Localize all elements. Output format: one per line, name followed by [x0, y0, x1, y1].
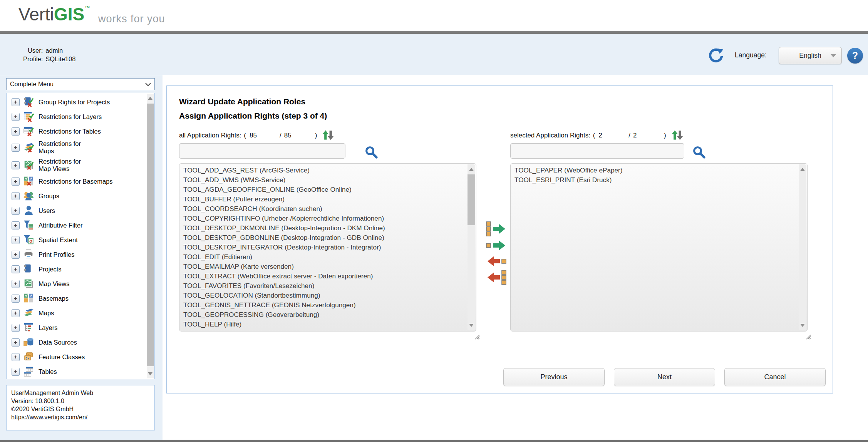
- list-item[interactable]: TOOL_IDENTIFY_LAYER (Identifizieren): [183, 329, 468, 332]
- selected-rights-scrollbar[interactable]: [799, 164, 806, 330]
- menu-item-basemaps[interactable]: +Basemaps: [7, 291, 144, 306]
- expand-icon[interactable]: +: [12, 251, 20, 259]
- list-item[interactable]: TOOL_ADD_AGS_REST (ArcGIS-Service): [183, 166, 468, 175]
- next-button[interactable]: Next: [614, 368, 715, 386]
- menu-item-restrictions-for-map-views[interactable]: +Restrictions for Map Views: [7, 156, 144, 174]
- expand-icon[interactable]: +: [12, 265, 20, 273]
- menu-item-restrictions-for-basemaps[interactable]: +Restrictions for Basemaps: [7, 174, 144, 189]
- sort-toggle-button[interactable]: [671, 129, 684, 143]
- selected-rights-search-input[interactable]: [510, 143, 684, 159]
- expand-icon[interactable]: +: [12, 338, 20, 347]
- list-item[interactable]: TOOL_EXTRACT (WebOffice extract server -…: [183, 271, 468, 281]
- list-item[interactable]: TOOL_FAVORITES (Favoriten/Lesezeichen): [183, 281, 468, 291]
- vertigis-logo: VertiGIS™: [18, 4, 90, 25]
- menu-filter-select[interactable]: Complete Menu: [6, 78, 155, 90]
- scroll-down-icon[interactable]: [800, 324, 805, 327]
- cancel-button[interactable]: Cancel: [724, 368, 826, 386]
- list-item[interactable]: TOOL_BUFFER (Puffer erzeugen): [183, 194, 468, 204]
- scroll-up-icon[interactable]: [148, 97, 152, 100]
- menu-item-print-profiles[interactable]: +Print Profiles: [7, 247, 144, 262]
- list-item[interactable]: TOOL_ESRI_PRINT (Esri Druck): [514, 175, 799, 185]
- expand-icon[interactable]: +: [12, 309, 20, 317]
- expand-icon[interactable]: +: [12, 98, 20, 106]
- data-sources-icon: [23, 337, 35, 348]
- list-item[interactable]: TOOL_GEOLOCATION (Standortbestimmung): [183, 291, 468, 300]
- menu-item-restrictions-for-maps[interactable]: +Restrictions for Maps: [7, 139, 144, 156]
- list-item[interactable]: TOOL_EDIT (Editieren): [183, 252, 468, 262]
- scroll-down-icon[interactable]: [469, 324, 474, 327]
- attributive-filter-icon: [23, 219, 35, 231]
- expand-icon[interactable]: +: [12, 280, 20, 288]
- list-item[interactable]: TOOL_AGDA_GEOOFFICE_ONLINE (GeoOffice On…: [183, 185, 468, 194]
- menu-scrollbar[interactable]: [147, 94, 154, 378]
- list-item[interactable]: TOOL_EPAPER (WebOffice ePaper): [514, 166, 799, 175]
- menu-item-restrictions-for-layers[interactable]: +Restrictions for Layers: [7, 109, 144, 124]
- scrollbar-thumb[interactable]: [147, 104, 154, 366]
- menu-item-group-rights-for-projects[interactable]: +Group Rights for Projects: [7, 95, 144, 109]
- expand-icon[interactable]: +: [12, 192, 20, 200]
- selected-rights-header: selected Application Rights: (2/2): [510, 129, 684, 142]
- menu-item-layers[interactable]: +Layers: [7, 320, 144, 335]
- list-item[interactable]: TOOL_GEOPROCESSING (Geoverarbeitung): [183, 310, 468, 320]
- previous-button[interactable]: Previous: [503, 368, 605, 386]
- menu-item-users[interactable]: +Users: [7, 203, 144, 218]
- menu-tree-panel: +Group Rights for Projects+Restrictions …: [6, 93, 155, 379]
- list-item[interactable]: TOOL_EMAILMAP (Karte versenden): [183, 262, 468, 271]
- expand-icon[interactable]: +: [12, 127, 20, 136]
- menu-item-maps[interactable]: +Maps: [7, 306, 144, 320]
- scroll-down-icon[interactable]: [148, 372, 152, 375]
- help-button[interactable]: ?: [847, 48, 863, 64]
- list-item[interactable]: TOOL_ADD_WMS (WMS-Service): [183, 175, 468, 185]
- list-item[interactable]: TOOL_COORDSEARCH (Koordinaten suchen): [183, 204, 468, 214]
- scrollbar-thumb[interactable]: [468, 174, 475, 225]
- expand-icon[interactable]: +: [12, 353, 20, 361]
- expand-icon[interactable]: +: [12, 295, 20, 303]
- all-rights-scrollbar[interactable]: [468, 164, 475, 330]
- menu-item-attributive-filter[interactable]: +Attributive Filter: [7, 218, 144, 233]
- menu-item-tables[interactable]: +Tables: [7, 364, 144, 379]
- all-rights-listbox[interactable]: TOOL_ADD_AGS_REST (ArcGIS-Service)TOOL_A…: [179, 163, 476, 332]
- selected-rights-listbox[interactable]: TOOL_EPAPER (WebOffice ePaper)TOOL_ESRI_…: [510, 163, 808, 332]
- expand-icon[interactable]: +: [12, 368, 20, 376]
- menu-item-groups[interactable]: +Groups: [7, 189, 144, 203]
- menu-tree: +Group Rights for Projects+Restrictions …: [7, 95, 144, 379]
- expand-icon[interactable]: +: [12, 144, 20, 152]
- move-selected-left-button[interactable]: [485, 253, 508, 270]
- expand-icon[interactable]: +: [12, 324, 20, 332]
- move-all-right-button[interactable]: [485, 221, 508, 237]
- expand-icon[interactable]: +: [12, 221, 20, 229]
- expand-icon[interactable]: +: [12, 161, 20, 169]
- expand-icon[interactable]: +: [12, 113, 20, 121]
- move-all-left-button[interactable]: [485, 270, 508, 286]
- list-item[interactable]: TOOL_DESKTOP_INTEGRATOR (Desktop-Integra…: [183, 243, 468, 252]
- resize-grip-icon: [474, 333, 480, 340]
- expand-icon[interactable]: +: [12, 207, 20, 215]
- menu-item-data-sources[interactable]: +Data Sources: [7, 335, 144, 350]
- list-item[interactable]: TOOL_GEONIS_NETTRACE (GEONIS Netzverfolg…: [183, 300, 468, 310]
- menu-item-spatial-extent[interactable]: +Spatial Extent: [7, 233, 144, 247]
- list-item[interactable]: TOOL_HELP (Hilfe): [183, 320, 468, 329]
- scroll-up-icon[interactable]: [469, 168, 474, 171]
- page: VertiGIS™ works for you User: admin Prof…: [0, 0, 868, 442]
- menu-item-restrictions-for-tables[interactable]: +Restrictions for Tables: [7, 124, 144, 139]
- restrictions-maps-icon: [23, 142, 35, 153]
- search-button[interactable]: [364, 145, 378, 161]
- move-selected-right-button[interactable]: [485, 238, 508, 254]
- expand-icon[interactable]: +: [12, 177, 20, 186]
- menu-item-feature-classes[interactable]: +Feature Classes: [7, 350, 144, 364]
- all-rights-search-input[interactable]: [179, 143, 345, 159]
- resize-grip[interactable]: [805, 333, 811, 340]
- list-item[interactable]: TOOL_DESKTOP_DKMONLINE (Desktop-Integrat…: [183, 223, 468, 233]
- search-button[interactable]: [692, 145, 706, 161]
- scroll-up-icon[interactable]: [800, 168, 805, 171]
- sort-toggle-button[interactable]: [322, 129, 335, 143]
- expand-icon[interactable]: +: [12, 236, 20, 244]
- refresh-button[interactable]: [708, 48, 724, 64]
- vendor-link[interactable]: https://www.vertigis.com/en/: [11, 414, 87, 420]
- list-item[interactable]: TOOL_COPYRIGHTINFO (Urheber-/Kopierrecht…: [183, 214, 468, 223]
- list-item[interactable]: TOOL_DESKTOP_GDBONLINE (Desktop-Integrat…: [183, 233, 468, 243]
- resize-grip[interactable]: [474, 333, 480, 340]
- menu-item-map-views[interactable]: +Map Views: [7, 276, 144, 291]
- language-select[interactable]: English: [779, 47, 842, 64]
- menu-item-projects[interactable]: +Projects: [7, 262, 144, 276]
